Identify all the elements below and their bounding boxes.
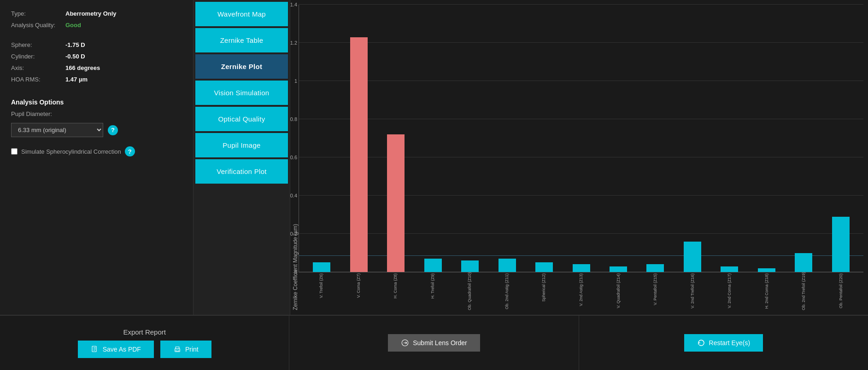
submit-order-button[interactable]: Submit Lens Order	[388, 334, 480, 352]
x-label-group: V. 2nd Trefoil (Z16)	[674, 273, 710, 310]
bar-group	[415, 5, 451, 272]
cylinder-value: -0.50 D	[65, 53, 85, 60]
bar-group	[378, 5, 414, 272]
cylinder-row: Cylinder: -0.50 D	[11, 52, 182, 61]
save-pdf-label: Save As PDF	[103, 346, 141, 353]
bar-group	[340, 5, 376, 272]
bar-group	[823, 5, 859, 272]
x-axis-label: V. 2nd Astig (Z13)	[579, 273, 583, 306]
bar-group	[526, 5, 562, 272]
restart-icon	[697, 339, 705, 347]
x-label-group: V. Pentafoil (Z15)	[637, 273, 674, 310]
restart-section: Restart Eye(s)	[579, 316, 868, 370]
export-title: Export Report	[123, 328, 166, 336]
bar	[832, 217, 850, 272]
quality-row: Analysis Quality: Good	[11, 21, 182, 29]
nav-wavefront-map[interactable]: Wavefront Map	[195, 2, 288, 26]
chart-container: Zernike Coefficient Magnitude (µm) 00.20…	[290, 5, 863, 310]
x-axis-label: V. Quadrafoil (Z14)	[616, 273, 621, 308]
axis-row: Axis: 166 degrees	[11, 64, 182, 72]
bar	[387, 134, 405, 272]
nav-verification-plot[interactable]: Verification Plot	[195, 159, 288, 184]
x-axis-label: Spherical (Z12)	[541, 273, 546, 302]
x-label-group: V. Quadrafoil (Z14)	[600, 273, 636, 310]
bar-group	[674, 5, 710, 272]
x-axis-label: H. Coma (Z8)	[393, 273, 398, 299]
bar	[535, 262, 553, 272]
nav-panel: Wavefront Map Zernike Table Zernike Plot…	[194, 0, 290, 315]
x-axis-label: V. 2nd Trefoil (Z16)	[690, 273, 695, 308]
bar	[461, 260, 479, 272]
bar	[721, 266, 738, 272]
x-label-group: V. Trefoil (Z6)	[303, 273, 340, 310]
bar	[758, 268, 775, 272]
quality-value: Good	[65, 22, 81, 29]
submit-order-label: Submit Lens Order	[413, 339, 467, 347]
nav-zernike-table[interactable]: Zernike Table	[195, 28, 288, 52]
axis-label: Axis:	[11, 64, 62, 71]
x-labels: V. Trefoil (Z6)V. Coma (Z7)H. Coma (Z8)H…	[299, 273, 863, 310]
cylinder-label: Cylinder:	[11, 53, 62, 60]
pupil-select-row: 6.33 mm (original) ?	[11, 123, 182, 137]
submit-section: Submit Lens Order	[289, 316, 579, 370]
x-label-group: V. Coma (Z7)	[340, 273, 377, 310]
print-label: Print	[185, 346, 199, 353]
simulate-row: Simulate Spherocylindrical Correction ?	[11, 146, 182, 156]
chart-grid: 00.20.40.60.811.21.4	[299, 5, 863, 272]
bar-group	[711, 5, 747, 272]
bar-group	[563, 5, 599, 272]
x-label-group: Ob. Quadrafoil (Z10)	[452, 273, 488, 310]
chart-inner: 00.20.40.60.811.21.4 V. Trefoil (Z6)V. C…	[299, 5, 863, 310]
bar-group	[452, 5, 488, 272]
x-axis-label: H. Trefoil (Z9)	[430, 273, 435, 299]
print-button[interactable]: Print	[160, 341, 211, 358]
simulate-checkbox[interactable]	[11, 148, 18, 155]
x-axis-label: Ob. 2nd Astig (Z11)	[504, 273, 509, 309]
bar	[573, 264, 590, 272]
save-pdf-icon	[91, 345, 99, 353]
x-label-group: V. 2nd Coma (Z17)	[711, 273, 748, 310]
sphere-value: -1.75 D	[65, 41, 85, 48]
pupil-help-button[interactable]: ?	[108, 125, 118, 135]
pupil-label: Pupil Diameter:	[11, 110, 182, 117]
submit-order-icon	[401, 339, 409, 347]
bar-group	[304, 5, 340, 272]
sphere-row: Sphere: -1.75 D	[11, 40, 182, 49]
bar	[646, 264, 664, 272]
x-axis-label: H. 2nd Coma (Z18)	[764, 273, 769, 309]
simulate-help-button[interactable]: ?	[125, 146, 135, 156]
nav-vision-simulation[interactable]: Vision Simulation	[195, 81, 288, 105]
x-axis-label: Ob. 2nd Trefoil (Z19)	[801, 273, 806, 310]
simulate-label: Simulate Spherocylindrical Correction	[21, 148, 121, 155]
x-label-group: Ob. Pentafoil (Z20)	[822, 273, 859, 310]
x-label-group: Ob. 2nd Astig (Z11)	[489, 273, 525, 310]
svg-rect-2	[176, 350, 179, 351]
bar	[499, 259, 516, 272]
bar-group	[637, 5, 673, 272]
hoa-row: HOA RMS: 1.47 µm	[11, 75, 182, 84]
type-row: Type: Aberrometry Only	[11, 9, 182, 18]
x-label-group: H. 2nd Coma (Z18)	[748, 273, 785, 310]
nav-zernike-plot[interactable]: Zernike Plot	[195, 54, 288, 79]
x-axis-label: Ob. Pentafoil (Z20)	[839, 273, 843, 308]
print-icon	[173, 345, 182, 353]
x-label-group: V. 2nd Astig (Z13)	[563, 273, 599, 310]
x-axis-label: Ob. Quadrafoil (Z10)	[467, 273, 472, 310]
bars-container	[299, 5, 863, 272]
nav-pupil-image[interactable]: Pupil Image	[195, 133, 288, 157]
sphere-label: Sphere:	[11, 41, 62, 48]
bar-group	[600, 5, 636, 272]
save-pdf-button[interactable]: Save As PDF	[78, 341, 154, 358]
bar	[684, 242, 701, 272]
nav-optical-quality[interactable]: Optical Quality	[195, 107, 288, 131]
bar-group	[489, 5, 525, 272]
bar	[313, 262, 330, 272]
restart-button[interactable]: Restart Eye(s)	[684, 334, 763, 352]
x-label-group: Spherical (Z12)	[526, 273, 562, 310]
export-section: Export Report Save As PDF Print	[0, 316, 289, 370]
left-panel: Type: Aberrometry Only Analysis Quality:…	[0, 0, 194, 315]
x-axis-label: V. Coma (Z7)	[356, 273, 361, 298]
chart-area: Zernike Coefficient Magnitude (µm) 00.20…	[290, 0, 868, 315]
pupil-select[interactable]: 6.33 mm (original)	[11, 123, 103, 137]
x-label-group: H. Trefoil (Z9)	[415, 273, 451, 310]
